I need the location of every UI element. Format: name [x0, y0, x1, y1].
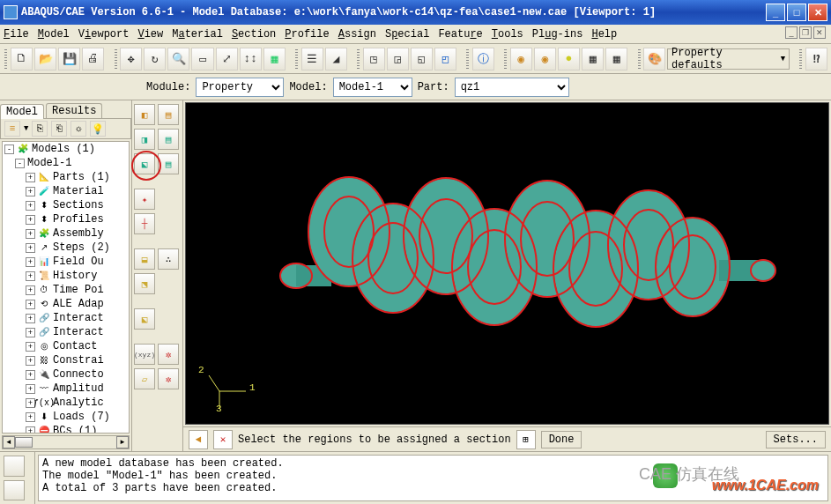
- tree-horizontal-scrollbar[interactable]: ◄ ►: [2, 435, 130, 449]
- tree-expand-icon[interactable]: ⎘: [32, 121, 48, 137]
- tree-item[interactable]: Sections: [53, 199, 104, 211]
- render4-icon[interactable]: ▦: [582, 48, 604, 70]
- skin-icon[interactable]: ⬕: [134, 308, 155, 330]
- tree-item[interactable]: Contact: [53, 340, 97, 352]
- tree-model[interactable]: Model-1: [27, 157, 71, 169]
- model-select[interactable]: Model-1: [333, 78, 412, 97]
- cycle-views-icon[interactable]: ↕↕: [240, 48, 262, 70]
- render2-icon[interactable]: ◉: [534, 48, 556, 70]
- help-pointer-icon[interactable]: ⁉: [805, 48, 827, 70]
- prompt-back-icon[interactable]: ◄: [189, 430, 208, 449]
- prompt-cancel-icon[interactable]: ✕: [213, 430, 233, 449]
- tree-bulb-icon[interactable]: 💡: [90, 121, 106, 137]
- tab-results[interactable]: Results: [46, 103, 102, 118]
- mdi-restore-button[interactable]: ❐: [799, 26, 812, 39]
- menu-material[interactable]: Material: [172, 28, 223, 41]
- datum-csys-icon[interactable]: ✲: [158, 344, 179, 365]
- tree-root[interactable]: Models (1): [32, 143, 95, 155]
- create-material-icon[interactable]: ◧: [134, 104, 155, 125]
- create-section-icon[interactable]: ◨: [134, 129, 155, 150]
- tree-item[interactable]: Interact: [53, 312, 104, 324]
- scroll-thumb[interactable]: [15, 437, 33, 448]
- menu-tools[interactable]: Tools: [492, 28, 523, 41]
- tree-settings-icon[interactable]: ☼: [70, 121, 86, 137]
- open-icon[interactable]: 📂: [34, 48, 56, 70]
- tree-item[interactable]: BCs (1): [53, 425, 97, 434]
- tree-item[interactable]: Time Poi: [53, 284, 104, 296]
- tree-item[interactable]: Constrai: [53, 354, 104, 367]
- kbd-toggle-icon[interactable]: [4, 480, 25, 501]
- toolbar-handle[interactable]: [465, 48, 471, 70]
- menu-model[interactable]: Model: [38, 28, 70, 41]
- perspective-icon[interactable]: ▦: [263, 48, 286, 70]
- property-defaults-dropdown[interactable]: Property defaults ▼: [667, 48, 790, 70]
- orientation-icon[interactable]: ✦: [134, 189, 155, 210]
- tree-item[interactable]: Material: [53, 185, 104, 197]
- tree-item[interactable]: Field Ou: [53, 256, 104, 268]
- save-icon[interactable]: 💾: [58, 48, 80, 70]
- render3-icon[interactable]: ●: [558, 48, 580, 70]
- fit-icon[interactable]: ⤢: [216, 48, 238, 70]
- menu-assign[interactable]: Assign: [338, 28, 376, 41]
- tree-filter-icon[interactable]: ≡: [4, 121, 20, 137]
- message-area[interactable]: A new model database has been created. T…: [38, 455, 828, 501]
- menu-feature[interactable]: Feature: [438, 28, 482, 41]
- viewport[interactable]: 2 1 3: [185, 102, 829, 425]
- tree-item[interactable]: Connecto: [53, 368, 104, 381]
- datum-plane-icon[interactable]: ▱: [134, 368, 155, 389]
- rotate-icon[interactable]: ↻: [144, 48, 166, 70]
- toolbar-handle[interactable]: [798, 48, 804, 70]
- render1-icon[interactable]: ◉: [510, 48, 532, 70]
- view1-icon[interactable]: ☰: [301, 48, 323, 70]
- model-tree[interactable]: -🧩Models (1) -Model-1 +📐Parts (1)+🧪Mater…: [2, 141, 130, 434]
- normal-icon[interactable]: ┼: [134, 213, 155, 234]
- tree-item[interactable]: History: [53, 270, 97, 282]
- tree-item[interactable]: Amplitud: [53, 382, 104, 395]
- beam-orientation-icon[interactable]: ⬔: [134, 273, 155, 294]
- tree-collapse-icon[interactable]: ⎗: [51, 121, 67, 137]
- toolbar-handle[interactable]: [113, 48, 118, 70]
- tree-item[interactable]: Analytic: [53, 397, 104, 409]
- menu-help[interactable]: Help: [591, 28, 617, 41]
- tree-item[interactable]: Loads (7): [53, 411, 110, 423]
- view2-icon[interactable]: ◢: [325, 48, 347, 70]
- material-manager-icon[interactable]: ▤: [158, 104, 179, 125]
- toolbar-handle[interactable]: [356, 48, 361, 70]
- zoom-icon[interactable]: 🔍: [167, 48, 189, 70]
- new-icon[interactable]: 🗋: [11, 48, 33, 70]
- tab-model[interactable]: Model: [0, 104, 44, 119]
- palette-icon[interactable]: 🎨: [643, 48, 665, 70]
- close-button[interactable]: ✕: [808, 4, 827, 21]
- toolbar-handle[interactable]: [503, 48, 508, 70]
- section-manager-icon[interactable]: ▤: [158, 129, 179, 150]
- part-select[interactable]: qz1: [455, 78, 569, 97]
- scroll-right-icon[interactable]: ►: [116, 436, 129, 448]
- mdi-minimize-button[interactable]: _: [785, 26, 798, 39]
- menu-viewport[interactable]: Viewport: [78, 28, 130, 41]
- menu-profile[interactable]: Profile: [285, 28, 329, 41]
- toolbar-handle[interactable]: [636, 48, 642, 70]
- menu-file[interactable]: File: [4, 28, 29, 41]
- tree-item[interactable]: Profiles: [53, 213, 104, 226]
- menu-plugins[interactable]: Plug-ins: [532, 28, 583, 41]
- render5-icon[interactable]: ▦: [605, 48, 627, 70]
- tree-item[interactable]: Assembly: [53, 227, 104, 240]
- mdi-close-button[interactable]: ✕: [813, 26, 826, 39]
- iso4-icon[interactable]: ◰: [434, 48, 456, 70]
- tree-item[interactable]: Parts (1): [53, 171, 110, 183]
- menu-special[interactable]: Special: [385, 28, 429, 41]
- pan-icon[interactable]: ✥: [120, 48, 142, 70]
- info-icon[interactable]: ⓘ: [472, 48, 494, 70]
- menu-view[interactable]: View: [137, 28, 163, 41]
- sets-button[interactable]: Sets...: [766, 431, 826, 448]
- assign-section-icon[interactable]: ⬕: [134, 153, 155, 174]
- minimize-button[interactable]: _: [766, 4, 785, 21]
- zoom-box-icon[interactable]: ▭: [191, 48, 213, 70]
- datum-xyz-icon[interactable]: (xyz): [134, 344, 155, 365]
- scroll-left-icon[interactable]: ◄: [3, 436, 15, 448]
- tree-item[interactable]: ALE Adap: [53, 298, 104, 310]
- module-select[interactable]: Property: [196, 78, 284, 97]
- profile-tool2-icon[interactable]: ∴: [158, 248, 179, 270]
- iso2-icon[interactable]: ◲: [387, 48, 409, 70]
- iso1-icon[interactable]: ◳: [363, 48, 385, 70]
